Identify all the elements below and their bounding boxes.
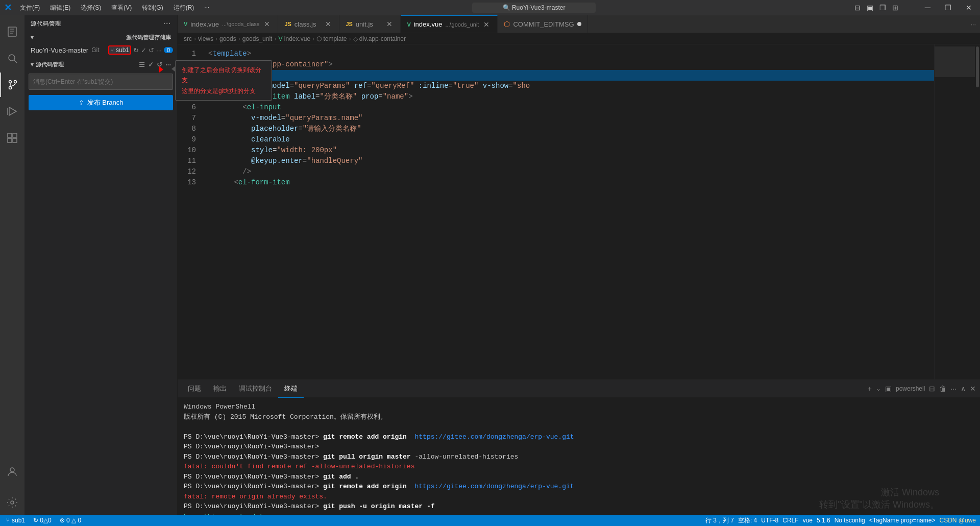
menu-more[interactable]: ··· <box>200 3 213 13</box>
statusbar-notification[interactable]: CSDN @uwe <box>939 517 976 524</box>
statusbar-tag[interactable]: <TagName prop=name> <box>869 517 936 524</box>
breadcrumb-goods[interactable]: goods <box>219 35 236 42</box>
breadcrumb-views[interactable]: views <box>198 35 213 42</box>
linenum-11: 11 <box>178 156 196 166</box>
svg-point-7 <box>14 81 17 83</box>
panel-delete-icon[interactable]: 🗑 <box>939 385 946 393</box>
panel-chevron-up-icon[interactable]: ∧ <box>961 385 966 393</box>
tab-class-js[interactable]: JS class.js ✕ <box>278 15 339 33</box>
scrollbar-thumb[interactable] <box>976 46 979 87</box>
statusbar-language[interactable]: vue <box>803 517 813 524</box>
breadcrumb-goods-unit[interactable]: goods_unit <box>242 35 273 42</box>
source-control-section: ▾ 源代码管理 ☰ ✓ ↺ ··· <box>24 59 177 70</box>
breadcrumb-src[interactable]: src <box>184 35 192 42</box>
tab2-icon: JS <box>284 21 291 27</box>
tab3-close[interactable]: ✕ <box>385 19 394 29</box>
tab1-close[interactable]: ✕ <box>262 19 272 29</box>
statusbar-line-ending[interactable]: CRLF <box>782 517 798 524</box>
code-line-13: <el-form-item <box>208 177 934 188</box>
menu-select[interactable]: 选择(S) <box>77 3 105 13</box>
code-content[interactable]: <template> <div class="app-container"> <… <box>202 44 934 379</box>
activity-settings[interactable] <box>0 490 24 515</box>
breadcrumb-div-app-container[interactable]: ◇ div.app-container <box>353 35 406 42</box>
layout-icon2[interactable]: ▣ <box>867 4 873 12</box>
statusbar-version[interactable]: 5.1.6 <box>817 517 830 524</box>
tab4-path: ...\goods_unit <box>445 21 479 28</box>
commit-message-input[interactable] <box>29 74 173 90</box>
statusbar-tsconfig[interactable]: No tsconfig <box>835 517 865 524</box>
statusbar-sync[interactable]: ↻ 0△0 <box>31 517 54 524</box>
minimize-button[interactable]: ─ <box>921 3 935 12</box>
activity-extensions[interactable] <box>0 126 24 150</box>
minimap-viewport[interactable] <box>935 46 975 77</box>
sep2: › <box>215 35 217 42</box>
vscode-logo: ✕ <box>4 2 12 13</box>
menu-edit[interactable]: 编辑(E) <box>46 3 75 13</box>
sc-check-icon[interactable]: ✓ <box>148 61 154 68</box>
panel-tab-problems[interactable]: 问题 <box>182 380 207 398</box>
tab-index-vue-goods-unit[interactable]: V index.vue ...\goods_unit ✕ <box>401 15 498 33</box>
panel-add-icon[interactable]: + <box>868 385 872 393</box>
check-icon[interactable]: ✓ <box>141 46 146 54</box>
panel-split-icon[interactable]: ⊟ <box>929 385 935 393</box>
activity-explorer[interactable] <box>0 19 24 44</box>
statusbar-line-col[interactable]: 行 3，列 7 <box>705 516 734 525</box>
statusbar-spaces[interactable]: 空格: 4 <box>738 516 757 525</box>
terminal[interactable]: Windows PowerShell 版权所有 (C) 2015 Microso… <box>178 398 980 515</box>
menu-goto[interactable]: 转到(G) <box>138 3 167 13</box>
publish-label: 发布 Branch <box>87 98 124 107</box>
tab3-filename: unit.js <box>356 20 373 28</box>
activity-account[interactable] <box>0 460 24 484</box>
tab-commit-editmsg[interactable]: ⬡ COMMIT_EDITMSG <box>498 15 587 33</box>
activity-source-control[interactable] <box>0 73 24 97</box>
menu-run[interactable]: 运行(R) <box>169 3 199 13</box>
publish-branch-button[interactable]: ⇪ 发布 Branch <box>29 95 173 110</box>
sync-icon[interactable]: ↻ <box>133 46 139 54</box>
menu-file[interactable]: 文件(F) <box>16 3 44 13</box>
breadcrumb-template[interactable]: ⬡ template <box>316 35 347 42</box>
tabs-more-button[interactable]: ··· <box>966 15 980 33</box>
layout-icon1[interactable]: ⊟ <box>854 4 861 12</box>
tab-index-vue-goods-class[interactable]: V index.vue ...\goods_class ✕ <box>178 15 278 33</box>
linenum-12: 12 <box>178 166 196 177</box>
breadcrumb-index-vue[interactable]: V index.vue <box>278 35 310 42</box>
sep5: › <box>312 35 314 42</box>
activity-run[interactable] <box>0 99 24 124</box>
tab2-close[interactable]: ✕ <box>324 19 333 29</box>
close-button[interactable]: ✕ <box>962 4 976 12</box>
terminal-line-2: 版权所有 (C) 2015 Microsoft Corporation。保留所有… <box>184 412 974 422</box>
panel-tab-terminal[interactable]: 终端 <box>278 380 304 398</box>
sc-more-icon[interactable]: ··· <box>165 61 171 68</box>
svg-line-5 <box>14 60 17 63</box>
maximize-button[interactable]: ❐ <box>941 4 955 12</box>
svg-point-4 <box>9 55 15 61</box>
tab4-close[interactable]: ✕ <box>482 20 491 29</box>
sidebar-more-icon[interactable]: ··· <box>163 19 171 28</box>
branch-badge[interactable]: ⑂ sub1 <box>108 45 131 55</box>
more-icon[interactable]: ··· <box>156 46 162 54</box>
changes-count: 0 <box>164 47 173 53</box>
code-line-5: <el-form-item label="分类名称" prop="name"> <box>208 91 934 102</box>
panel-layout-icon[interactable]: ▣ <box>885 385 892 393</box>
panel-tab-debug-console[interactable]: 调试控制台 <box>233 380 278 398</box>
layout-icon4[interactable]: ⊞ <box>892 4 898 12</box>
panel-chevron-down-icon[interactable]: ⌄ <box>876 385 881 392</box>
tab3-icon: JS <box>346 21 352 27</box>
code-line-3: <!-- a --> <box>208 70 934 81</box>
statusbar-errors[interactable]: ⊗ 0 △ 0 <box>58 517 83 524</box>
menu-view[interactable]: 查看(V) <box>107 3 136 13</box>
refresh-icon[interactable]: ↺ <box>149 46 154 54</box>
vertical-scrollbar[interactable] <box>975 44 980 379</box>
sc-list-icon[interactable]: ☰ <box>139 61 145 68</box>
activity-search[interactable] <box>0 46 24 70</box>
tab-bar: V index.vue ...\goods_class ✕ JS class.j… <box>178 15 980 33</box>
panel-more-icon[interactable]: ··· <box>950 385 957 393</box>
panel-close-icon[interactable]: ✕ <box>970 385 976 393</box>
statusbar-encoding[interactable]: UTF-8 <box>761 517 778 524</box>
panel-tab-output[interactable]: 输出 <box>207 380 233 398</box>
search-bar[interactable]: 🔍 RuoYi-Vue3-master <box>472 3 596 13</box>
section-chevron-icon: ▾ <box>31 34 34 41</box>
tab-unit-js[interactable]: JS unit.js ✕ <box>339 15 401 33</box>
layout-icon3[interactable]: ❐ <box>879 4 886 12</box>
statusbar-branch-icon[interactable]: ⑂ sub1 <box>4 517 27 524</box>
